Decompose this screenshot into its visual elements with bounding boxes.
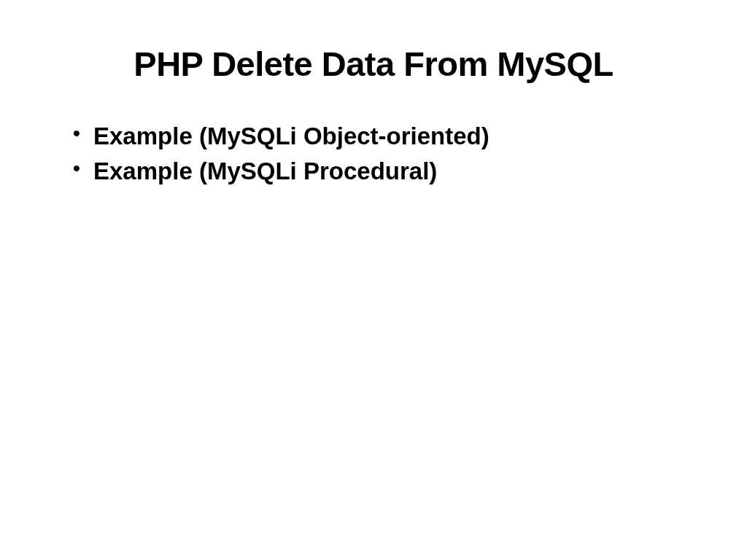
bullet-list: Example (MySQLi Object-oriented) Example… bbox=[51, 119, 696, 189]
slide-title: PHP Delete Data From MySQL bbox=[51, 44, 696, 84]
bullet-item: Example (MySQLi Object-oriented) bbox=[73, 119, 696, 154]
slide-container: PHP Delete Data From MySQL Example (MySQ… bbox=[0, 0, 747, 560]
bullet-item: Example (MySQLi Procedural) bbox=[73, 154, 696, 189]
